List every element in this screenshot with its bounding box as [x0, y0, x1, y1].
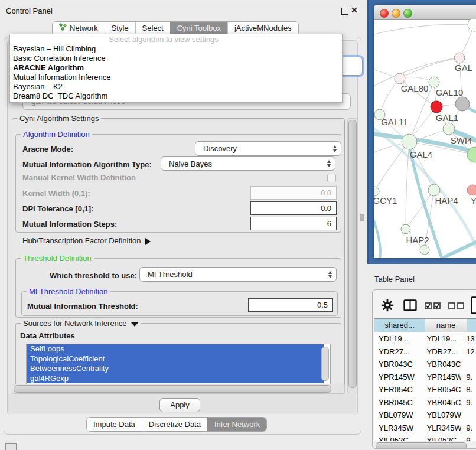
tab-network[interactable]: Network [53, 22, 105, 35]
node-bottom-partial[interactable] [420, 245, 429, 255]
gear-icon[interactable] [381, 299, 394, 314]
node-label-gal10: GAL10 [436, 87, 464, 97]
attribute-item-betweennesscentrality[interactable]: BetweennessCentrality [27, 364, 324, 374]
settings-horizontal-scrollbar[interactable] [12, 384, 345, 394]
spinner-arrows-icon [333, 145, 337, 152]
algorithm-dropdown-popup: Select algorithm to view settings Bayesi… [9, 34, 343, 103]
node-gal-partial[interactable] [454, 53, 465, 63]
mi-steps-field[interactable]: 6 [250, 217, 337, 230]
tab-infer-network[interactable]: Infer Network [207, 418, 266, 431]
table-cell: 8. [461, 383, 476, 396]
table-rows[interactable]: YDL19...YDL19...13YDR27...YDR27...12YBR0… [374, 332, 476, 441]
close-icon[interactable]: ✕ [351, 5, 358, 15]
horizontal-scrollbar-thumb[interactable] [14, 385, 331, 393]
node-hap2[interactable] [401, 224, 410, 234]
column-header-a[interactable]: A [467, 318, 476, 332]
document-icon[interactable] [471, 296, 476, 316]
network-graph-canvas[interactable]: GALGAL80GAL10GAL1GAL11SWI4GAL4GCY1HAP4YH… [374, 19, 476, 258]
algorithm-option-bayesian-k2[interactable]: Bayesian – K2 [13, 82, 63, 92]
unselect-all-checkboxes-icon[interactable] [448, 302, 465, 311]
mi-type-combobox[interactable]: Naive Bayes [161, 156, 335, 171]
aracne-mode-combobox[interactable]: Discovery [195, 141, 341, 156]
algorithm-dropdown-hint: Select algorithm to view settings [10, 35, 317, 44]
table-row[interactable]: YPR145WYPR145W9. [374, 371, 476, 384]
attribute-item-selfloops[interactable]: SelfLoops [27, 344, 324, 354]
table-row[interactable]: YBR043CYBR043C [374, 358, 476, 371]
algorithm-option-mutual-information-inference[interactable]: Mutual Information Inference [13, 73, 110, 82]
tab-select[interactable]: Select [135, 22, 170, 35]
screenshot-stage: Control Panel ✕ NetworkStyleSelectCyni T… [0, 0, 476, 450]
network-edge[interactable] [400, 58, 459, 79]
which-threshold-label: Which threshold to use: [50, 271, 137, 280]
algorithm-option-basic-correlation-inference[interactable]: Basic Correlation Inference [13, 54, 106, 63]
vertical-scrollbar-thumb[interactable] [348, 120, 357, 388]
table-row[interactable]: YBR045CYBR045C9. [374, 396, 476, 409]
show-columns-icon[interactable] [403, 299, 417, 313]
mi-threshold-field[interactable]: 0.5 [248, 298, 333, 312]
attributes-list-scrollbar[interactable] [321, 347, 329, 381]
table-horizontal-scrollbar[interactable] [374, 441, 476, 449]
minimize-traffic-light-icon[interactable] [392, 9, 400, 18]
which-threshold-combobox[interactable]: MI Threshold [139, 267, 337, 282]
table-row[interactable]: YDL19...YDL19...13 [374, 332, 476, 345]
dpi-tolerance-field[interactable]: 0.0 [250, 201, 337, 215]
table-header-row[interactable]: shared...nameA [374, 318, 476, 332]
zoom-traffic-light-icon[interactable] [403, 9, 412, 18]
node-gray[interactable] [455, 97, 470, 111]
settings-vertical-scrollbar[interactable] [347, 118, 358, 393]
table-cell: YBR043C [422, 358, 462, 371]
network-window-titlebar[interactable] [374, 5, 476, 20]
table-cell [461, 409, 476, 422]
minimized-panel-icon[interactable] [5, 443, 17, 450]
node-gal10[interactable] [429, 77, 439, 87]
table-row[interactable]: YIL052CYIL052C9 [374, 434, 476, 441]
table-row[interactable]: YBL079WYBL079W [374, 409, 476, 422]
algorithm-option-dream8-dc-tdc-algorithm[interactable]: Dream8 DC_TDC Algorithm [13, 92, 107, 101]
select-all-checkboxes-icon[interactable] [425, 302, 441, 311]
tab-style-label: Style [112, 22, 129, 35]
manual-kernel-checkbox[interactable] [327, 174, 336, 182]
column-header-shared[interactable]: shared... [374, 318, 425, 332]
node-gal4[interactable] [402, 134, 417, 149]
table-row[interactable]: YDR27...YDR27...12 [374, 345, 476, 358]
node-hap4[interactable] [428, 184, 440, 196]
table-row[interactable]: YLR345WYLR345W9. [374, 422, 476, 435]
node-gcy1[interactable] [374, 187, 379, 196]
node-swi4[interactable] [443, 123, 455, 135]
aracne-mode-value: Discovery [203, 144, 237, 153]
algorithm-option-bayesian-hill-climbing[interactable]: Bayesian – Hill Climbing [13, 44, 96, 54]
network-edge[interactable] [374, 142, 409, 191]
column-header-name[interactable]: name [425, 318, 467, 332]
table-cell: 9. [461, 422, 476, 435]
attribute-item-topologicalcoefficient[interactable]: TopologicalCoefficient [27, 354, 324, 364]
attribute-item-gal4rgexp[interactable]: gal4RGexp [27, 374, 324, 384]
network-edge-thick[interactable] [374, 202, 380, 258]
kernel-width-field[interactable]: 0.0 [250, 186, 337, 200]
tab-cyni-toolbox[interactable]: Cyni Toolbox [170, 22, 227, 35]
network-edge[interactable] [380, 79, 400, 115]
float-window-icon[interactable] [341, 8, 348, 15]
network-edge-thick[interactable] [443, 242, 476, 258]
node-top-partial[interactable] [468, 19, 476, 31]
tab-style[interactable]: Style [105, 22, 135, 35]
sources-group-title[interactable]: Sources for Network Inference [21, 319, 141, 328]
table-row[interactable]: YER054CYER054C8. [374, 383, 476, 396]
tab-impute-data[interactable]: Impute Data [87, 418, 142, 431]
algorithm-option-aracne-algorithm[interactable]: ARACNE Algorithm [13, 63, 84, 73]
split-pane-grip[interactable] [360, 214, 364, 221]
tab-jactivemnodules[interactable]: jActiveMNodules [227, 22, 298, 35]
apply-button[interactable]: Apply [159, 398, 200, 412]
table-cell: 9 [461, 434, 476, 441]
hub-expander[interactable]: Hub/Transcription Factor Definition [22, 236, 151, 245]
node-gal80[interactable] [395, 73, 405, 84]
data-attributes-list[interactable]: SelfLoopsTopologicalCoefficientBetweenne… [26, 344, 331, 385]
table-scrollbar-thumb[interactable] [376, 442, 467, 449]
node-red[interactable] [431, 101, 442, 113]
tab-discretize-data[interactable]: Discretize Data [142, 418, 207, 431]
node-salmon[interactable] [467, 185, 476, 195]
table-cell: 9. [461, 371, 476, 384]
network-edge[interactable] [374, 24, 470, 34]
close-traffic-light-icon[interactable] [380, 9, 389, 18]
mi-steps-value: 6 [327, 219, 331, 228]
table-cell: 12 [461, 345, 476, 358]
